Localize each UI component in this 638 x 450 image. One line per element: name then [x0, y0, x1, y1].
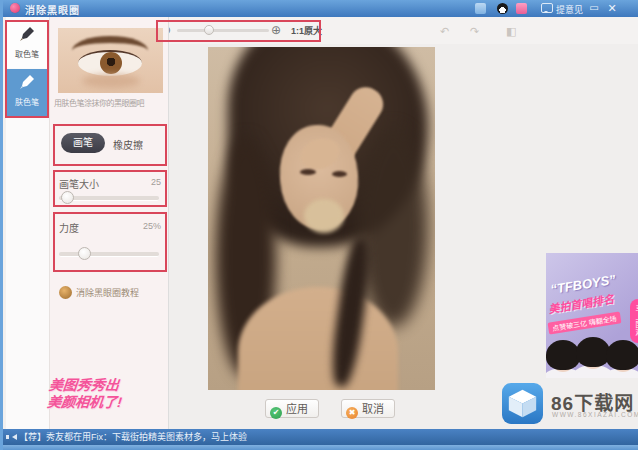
zoom-slider[interactable] — [177, 29, 269, 32]
ad-boy-3 — [606, 340, 638, 378]
brush-size-value: 25 — [141, 177, 161, 187]
statusbar-promo-text[interactable]: 【荐】秀友都在用Fix：下载街拍精美图素材多，马上体验 — [19, 429, 247, 445]
cancel-button[interactable]: ✖取消 — [341, 399, 395, 418]
picker-label: 取色笔 — [7, 48, 47, 59]
app-logo-icon — [10, 3, 20, 13]
feedback-bubble-icon[interactable] — [541, 3, 553, 13]
cancel-label: 取消 — [362, 403, 384, 415]
window-title: 消除黑眼圈 — [25, 2, 80, 17]
brush-size-label: 画笔大小 — [59, 176, 99, 191]
redo-icon[interactable]: ↷ — [470, 25, 479, 38]
brush-size-slider[interactable] — [59, 196, 159, 201]
eraser-mode-button[interactable]: 橡皮擦 — [113, 137, 143, 152]
promo-line1: 美图秀秀出 — [48, 377, 162, 394]
undo-icon[interactable]: ↶ — [440, 25, 449, 38]
titlebar: 消除黑眼圈 提意见 ▭ ✕ — [3, 0, 638, 17]
feedback-link[interactable]: 提意见 — [556, 3, 583, 16]
photo-edit-smear — [304, 199, 344, 233]
watermark-logo-icon — [502, 383, 543, 424]
maximize-button[interactable]: ▭ — [587, 2, 601, 13]
tool-skin-brush[interactable]: 肤色笔 — [7, 69, 47, 116]
ad-banner-text: 点赞破三亿 嗨翻全场 — [548, 311, 622, 334]
photo-canvas[interactable] — [208, 47, 435, 390]
apply-button[interactable]: ✔应用 — [265, 399, 319, 418]
strength-value: 25% — [135, 221, 161, 231]
photo-hair-right — [358, 127, 428, 327]
watermark-url: WWW.86XIAZAI.COM — [552, 411, 638, 418]
eye-preview-image — [58, 28, 163, 93]
strength-slider[interactable] — [59, 252, 159, 257]
zoom-ratio-button[interactable]: 1:1原大 — [291, 24, 322, 37]
tutorial-text: 消除黑眼圈教程 — [76, 288, 139, 298]
member-icon[interactable] — [475, 3, 486, 14]
apply-check-icon: ✔ — [270, 407, 282, 419]
cancel-x-icon: ✖ — [346, 407, 358, 419]
preview-iris — [100, 52, 122, 74]
usage-hint: 用肤色笔涂抹你的黑眼圈吧 — [54, 97, 167, 108]
meiyan-promo[interactable]: 美图秀秀出 美颜相机了! — [46, 377, 162, 411]
ad-ribbon: 马上围观 — [630, 299, 638, 343]
strength-label: 力度 — [59, 220, 79, 235]
cube-icon — [502, 383, 543, 424]
apply-label: 应用 — [286, 403, 308, 415]
tutorial-link[interactable]: 消除黑眼圈教程 — [59, 283, 139, 301]
tfboys-ad-banner[interactable]: “TFBOYS” 美拍首唱排名 点赞破三亿 嗨翻全场 马上围观 — [546, 253, 638, 378]
app-window: 消除黑眼圈 提意见 ▭ ✕ ⊖ ⊕ 1:1原大 ↶ ↷ ◧ 取色笔 肤色笔 — [0, 0, 638, 450]
compare-icon[interactable]: ◧ — [506, 25, 516, 38]
promo-line2: 美颜相机了! — [46, 394, 160, 411]
window-frame-bottom — [3, 445, 638, 450]
preview-dark-circle — [82, 74, 140, 88]
statusbar: 【荐】秀友都在用Fix：下载街拍精美图素材多，马上体验 — [3, 429, 638, 445]
picker-brush-icon — [19, 26, 35, 42]
skin-brush-icon — [19, 74, 35, 90]
skin-brush-label: 肤色笔 — [7, 96, 47, 107]
tutorial-icon — [59, 286, 72, 299]
qq-icon[interactable] — [497, 3, 508, 14]
brush-mode-button[interactable]: 画笔 — [61, 133, 105, 153]
close-button[interactable]: ✕ — [605, 2, 619, 15]
camera-icon[interactable] — [516, 3, 527, 14]
brush-size-slider-handle[interactable] — [61, 191, 74, 204]
photo-right-eye — [332, 171, 347, 177]
strength-slider-handle[interactable] — [78, 247, 91, 260]
tool-color-picker[interactable]: 取色笔 — [7, 21, 47, 68]
ad-boy-2 — [576, 337, 610, 378]
zoom-in-icon[interactable]: ⊕ — [271, 23, 281, 37]
photo-left-eye — [300, 169, 316, 175]
